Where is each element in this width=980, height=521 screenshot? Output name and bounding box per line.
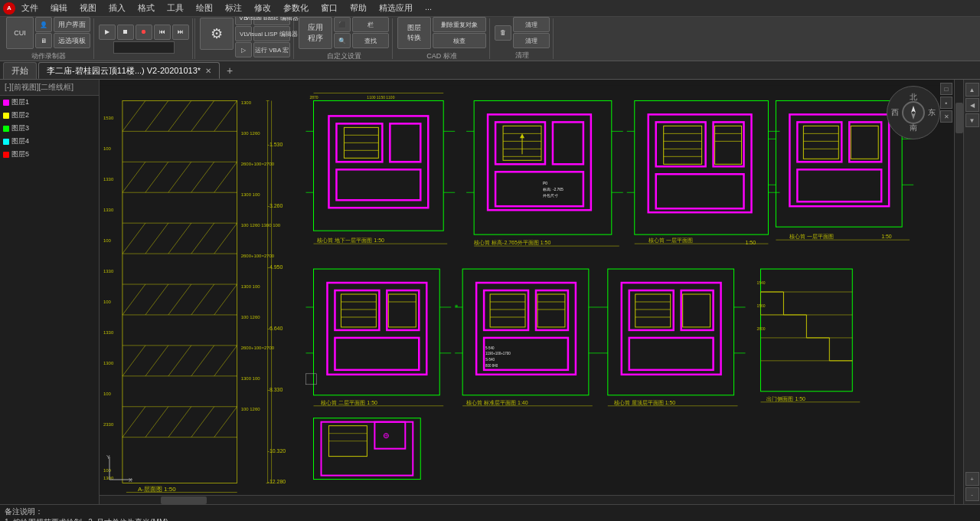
svg-text:A-层面图 1:50: A-层面图 1:50 bbox=[138, 486, 176, 493]
title-left: A 文件 编辑 视图 插入 格式 工具 绘图 标注 修改 参数化 窗口 帮助 精… bbox=[3, 2, 977, 15]
toolbar-find-btn[interactable]: 查找 bbox=[352, 33, 389, 48]
tab-add-btn[interactable]: + bbox=[221, 62, 238, 79]
compass-east: 东 bbox=[928, 107, 936, 118]
menu-help[interactable]: 帮助 bbox=[347, 2, 370, 14]
toolbar-user-btn[interactable]: 👤 bbox=[35, 17, 52, 32]
toolbar-find-icon[interactable]: 🔍 bbox=[334, 33, 351, 48]
command-line-area: 备注说明： 1. 按绘图规范要求绘制 2. 尺寸单位为毫米(MM) 命令: CO… bbox=[0, 504, 980, 521]
scroll-thumb-vertical[interactable] bbox=[956, 103, 963, 133]
toolbar-clean-btn[interactable]: 清理 bbox=[513, 33, 550, 48]
toolbar-next-btn[interactable]: ⏭ bbox=[172, 25, 189, 40]
toolbar-row-remote: 🖥 远选项板 bbox=[35, 33, 90, 48]
toolbar-row-user: 👤 用户界面 bbox=[35, 17, 90, 32]
menu-tools[interactable]: 工具 bbox=[164, 2, 187, 14]
drawing-area[interactable]: 1300 100 1260 2600+100=2700 1300 100 100… bbox=[100, 80, 963, 504]
toolbar-bar-icon[interactable]: ⬛ bbox=[334, 17, 351, 32]
scroll-thumb-horizontal[interactable] bbox=[161, 496, 207, 504]
toolbar-visual-lisp-btn[interactable]: Visual LISP 编辑器 bbox=[253, 26, 290, 41]
toolbar-bar-btn[interactable]: 栏 bbox=[352, 17, 389, 32]
toolbar-group-action-recorder: CUI 👤 用户界面 🖥 远选项板 动作录制器 bbox=[3, 18, 94, 59]
layer-item[interactable]: 图层3 bbox=[0, 122, 99, 135]
svg-text:100 1260: 100 1260 bbox=[241, 131, 261, 136]
toolbar-play-btn[interactable]: ▶ bbox=[99, 25, 116, 40]
toolbar-play-row: ▶ ⏹ ⏺ ⏮ ⏭ bbox=[99, 25, 189, 40]
right-panel-btn-3[interactable]: ▼ bbox=[965, 113, 979, 127]
right-panel-zoom-out[interactable]: - bbox=[965, 487, 979, 501]
toolbar-input-row bbox=[113, 41, 175, 54]
toolbar-settings-btn[interactable]: ⚙ bbox=[200, 18, 234, 50]
menu-window[interactable]: 窗口 bbox=[318, 2, 341, 14]
toolbar-user-interface-btn[interactable]: 用户界面 bbox=[54, 17, 90, 32]
toolbar-group-layer: 图层转换 删除重复对象 核查 CAD 标准 bbox=[394, 18, 490, 59]
toolbar-layer-convert-btn[interactable]: 图层转换 bbox=[397, 17, 431, 49]
right-panel-btn-1[interactable]: ▲ bbox=[965, 83, 979, 97]
toolbar-purge-btn[interactable]: 清理 bbox=[513, 17, 550, 32]
menu-featured[interactable]: 精选应用 bbox=[376, 2, 416, 14]
svg-text:Y: Y bbox=[106, 454, 110, 460]
menu-modify[interactable]: 修改 bbox=[251, 2, 274, 14]
toolbar-remote-interface-btn[interactable]: 远选项板 bbox=[54, 33, 90, 48]
menu-edit[interactable]: 编辑 bbox=[47, 2, 70, 14]
menu-dimension[interactable]: 标注 bbox=[222, 2, 245, 14]
toolbar-prev-btn[interactable]: ⏮ bbox=[154, 25, 171, 40]
tab-active[interactable]: 李二庙-碧桂园云顶11楼...) V2-20201013* ✕ bbox=[38, 62, 220, 79]
layer-item[interactable]: 图层1 bbox=[0, 96, 99, 109]
svg-text:-3.260: -3.260 bbox=[268, 203, 283, 208]
layer-item[interactable]: 图层2 bbox=[0, 109, 99, 122]
toolbar-remote-btn[interactable]: 🖥 bbox=[35, 33, 52, 48]
toolbar-check-btn[interactable]: 核查 bbox=[433, 33, 486, 48]
layer-item[interactable]: 图层4 bbox=[0, 135, 99, 148]
tab-start[interactable]: 开始 bbox=[3, 62, 37, 79]
menu-file[interactable]: 文件 bbox=[18, 2, 41, 14]
compass-south: 南 bbox=[910, 123, 917, 133]
toolbar-remove-dup-btn[interactable]: 删除重复对象 bbox=[433, 17, 486, 32]
toolbar-vba-icon[interactable]: ▷ bbox=[235, 42, 252, 57]
toolbar-row-1: CUI 👤 用户界面 🖥 远选项板 bbox=[6, 17, 90, 49]
menu-parametric[interactable]: 参数化 bbox=[280, 2, 312, 14]
menu-draw[interactable]: 绘图 bbox=[193, 2, 216, 14]
viewport-maximize-btn[interactable]: □ bbox=[940, 83, 952, 95]
toolbar-stop-btn[interactable]: ⏹ bbox=[117, 25, 134, 40]
svg-text:1:50: 1:50 bbox=[746, 240, 756, 245]
toolbar-layer-row1: 图层转换 删除重复对象 核查 bbox=[397, 17, 486, 49]
right-panel: ▲ ◀ ▼ + - bbox=[963, 80, 980, 504]
scrollbar-vertical[interactable] bbox=[954, 80, 963, 504]
toolbar-group-clean: 🗑 清理 清理 清理 bbox=[492, 18, 554, 59]
menu-view[interactable]: 视图 bbox=[77, 2, 100, 14]
right-panel-btn-2[interactable]: ◀ bbox=[965, 98, 979, 112]
toolbar-bar-row: ⬛ 栏 bbox=[334, 17, 389, 32]
tab-close-btn[interactable]: ✕ bbox=[205, 67, 211, 75]
menubar: 文件 编辑 视图 插入 格式 工具 绘图 标注 修改 参数化 窗口 帮助 精选应… bbox=[18, 2, 435, 14]
svg-text:2330: 2330 bbox=[103, 422, 114, 427]
svg-text:1330: 1330 bbox=[103, 330, 114, 335]
toolbar-purge-icon[interactable]: 🗑 bbox=[495, 25, 511, 41]
viewport-close-btn[interactable]: ✕ bbox=[940, 110, 952, 123]
svg-text:5-540: 5-540 bbox=[485, 346, 495, 350]
svg-text:核心筒 一层平面图: 核心筒 一层平面图 bbox=[789, 234, 834, 240]
scrollbar-horizontal[interactable] bbox=[100, 495, 954, 504]
layer-item[interactable]: 图层5 bbox=[0, 148, 99, 161]
viewport-restore-btn[interactable]: ▪ bbox=[940, 97, 952, 109]
svg-text:2600+100=2700: 2600+100=2700 bbox=[241, 162, 275, 166]
toolbar-record-btn[interactable]: ⏺ bbox=[136, 25, 152, 40]
menu-more[interactable]: ... bbox=[422, 2, 435, 14]
toolbar-cui-button[interactable]: CUI bbox=[6, 17, 34, 49]
toolbar-group-label-actions: 动作录制器 bbox=[31, 51, 66, 61]
toolbar-group-label-clean: 清理 bbox=[515, 51, 529, 61]
svg-text:1300 100: 1300 100 bbox=[241, 376, 261, 381]
menu-format[interactable]: 格式 bbox=[135, 2, 158, 14]
svg-text:2870: 2870 bbox=[310, 95, 318, 100]
toolbar-group-more: 应用程序 ⬛ 栏 🔍 查找 自定义设置 bbox=[296, 18, 393, 59]
left-panel: [-][前视图][二维线框] 图层1图层2图层3图层4图层5 bbox=[0, 80, 100, 504]
toolbar-more-row1: 应用程序 ⬛ 栏 🔍 查找 bbox=[299, 17, 389, 49]
tab-active-label: 李二庙-碧桂园云顶11楼...) V2-20201013* bbox=[47, 65, 201, 77]
menu-insert[interactable]: 插入 bbox=[106, 2, 129, 14]
svg-text:1330: 1330 bbox=[103, 208, 114, 212]
svg-text:1190+100+1700: 1190+100+1700 bbox=[485, 352, 511, 356]
toolbar-input-field[interactable] bbox=[113, 41, 175, 54]
toolbar-app-btn[interactable]: 应用程序 bbox=[299, 17, 332, 49]
right-panel-zoom-in[interactable]: + bbox=[965, 472, 979, 486]
svg-marker-232 bbox=[911, 106, 916, 113]
toolbar-visual-basic-btn[interactable]: Visual Basic 编辑器 bbox=[253, 17, 290, 25]
toolbar-run-vba-btn[interactable]: 运行 VBA 宏 bbox=[253, 42, 290, 57]
